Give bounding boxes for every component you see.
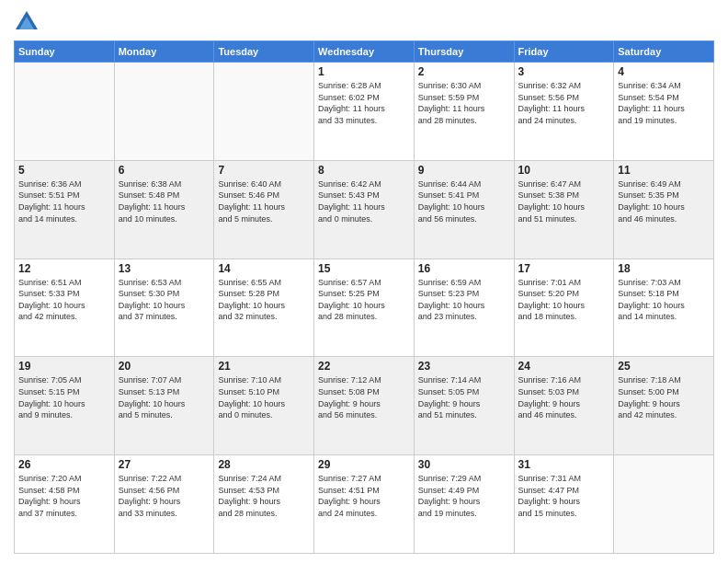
day-info: Sunrise: 6:53 AM Sunset: 5:30 PM Dayligh… [119, 277, 210, 323]
day-cell: 15Sunrise: 6:57 AM Sunset: 5:25 PM Dayli… [314, 259, 415, 357]
day-info: Sunrise: 7:07 AM Sunset: 5:13 PM Dayligh… [119, 374, 210, 420]
day-cell [15, 63, 115, 161]
logo [14, 9, 43, 35]
day-cell: 9Sunrise: 6:44 AM Sunset: 5:41 PM Daylig… [414, 160, 514, 259]
day-cell: 4Sunrise: 6:34 AM Sunset: 5:54 PM Daylig… [614, 63, 714, 161]
day-info: Sunrise: 7:22 AM Sunset: 4:56 PM Dayligh… [119, 473, 210, 519]
day-cell: 22Sunrise: 7:12 AM Sunset: 5:08 PM Dayli… [314, 357, 415, 455]
day-number: 7 [218, 164, 310, 177]
day-cell: 2Sunrise: 6:30 AM Sunset: 5:59 PM Daylig… [414, 63, 514, 161]
day-info: Sunrise: 6:28 AM Sunset: 6:02 PM Dayligh… [318, 80, 410, 126]
day-info: Sunrise: 6:36 AM Sunset: 5:51 PM Dayligh… [18, 178, 110, 224]
day-number: 30 [418, 458, 510, 471]
week-row-2: 5Sunrise: 6:36 AM Sunset: 5:51 PM Daylig… [15, 160, 714, 259]
col-header-saturday: Saturday [614, 41, 714, 63]
day-number: 4 [618, 65, 710, 78]
day-info: Sunrise: 7:01 AM Sunset: 5:20 PM Dayligh… [518, 277, 610, 323]
day-cell: 1Sunrise: 6:28 AM Sunset: 6:02 PM Daylig… [314, 63, 415, 161]
day-cell: 31Sunrise: 7:31 AM Sunset: 4:47 PM Dayli… [514, 455, 614, 554]
day-number: 23 [418, 360, 510, 373]
day-number: 24 [518, 360, 610, 373]
day-info: Sunrise: 6:55 AM Sunset: 5:28 PM Dayligh… [218, 277, 310, 323]
day-number: 2 [418, 65, 510, 78]
day-info: Sunrise: 7:14 AM Sunset: 5:05 PM Dayligh… [418, 374, 510, 420]
day-cell: 30Sunrise: 7:29 AM Sunset: 4:49 PM Dayli… [414, 455, 514, 554]
day-cell: 18Sunrise: 7:03 AM Sunset: 5:18 PM Dayli… [614, 259, 714, 357]
day-info: Sunrise: 7:10 AM Sunset: 5:10 PM Dayligh… [218, 374, 310, 420]
day-cell: 27Sunrise: 7:22 AM Sunset: 4:56 PM Dayli… [114, 455, 214, 554]
day-number: 25 [618, 360, 710, 373]
day-cell: 6Sunrise: 6:38 AM Sunset: 5:48 PM Daylig… [114, 160, 214, 259]
day-cell: 25Sunrise: 7:18 AM Sunset: 5:00 PM Dayli… [614, 357, 714, 455]
day-cell: 16Sunrise: 6:59 AM Sunset: 5:23 PM Dayli… [414, 259, 514, 357]
day-number: 1 [318, 65, 410, 78]
day-cell: 7Sunrise: 6:40 AM Sunset: 5:46 PM Daylig… [214, 160, 314, 259]
col-header-friday: Friday [514, 41, 614, 63]
day-cell: 10Sunrise: 6:47 AM Sunset: 5:38 PM Dayli… [514, 160, 614, 259]
day-number: 12 [18, 262, 110, 275]
day-info: Sunrise: 7:20 AM Sunset: 4:58 PM Dayligh… [18, 473, 110, 519]
col-header-tuesday: Tuesday [214, 41, 314, 63]
day-info: Sunrise: 6:40 AM Sunset: 5:46 PM Dayligh… [218, 178, 310, 224]
day-number: 8 [318, 164, 410, 177]
day-cell: 12Sunrise: 6:51 AM Sunset: 5:33 PM Dayli… [15, 259, 115, 357]
day-info: Sunrise: 7:24 AM Sunset: 4:53 PM Dayligh… [218, 473, 310, 519]
day-number: 5 [18, 164, 110, 177]
day-number: 11 [618, 164, 710, 177]
col-header-monday: Monday [114, 41, 214, 63]
day-cell: 24Sunrise: 7:16 AM Sunset: 5:03 PM Dayli… [514, 357, 614, 455]
day-number: 3 [518, 65, 610, 78]
logo-icon [14, 9, 40, 35]
day-cell: 21Sunrise: 7:10 AM Sunset: 5:10 PM Dayli… [214, 357, 314, 455]
header [14, 9, 714, 35]
day-info: Sunrise: 7:16 AM Sunset: 5:03 PM Dayligh… [518, 374, 610, 420]
day-info: Sunrise: 7:12 AM Sunset: 5:08 PM Dayligh… [318, 374, 410, 420]
day-cell: 13Sunrise: 6:53 AM Sunset: 5:30 PM Dayli… [114, 259, 214, 357]
day-number: 22 [318, 360, 410, 373]
week-row-4: 19Sunrise: 7:05 AM Sunset: 5:15 PM Dayli… [15, 357, 714, 455]
day-number: 31 [518, 458, 610, 471]
day-number: 16 [418, 262, 510, 275]
day-cell [114, 63, 214, 161]
day-number: 10 [518, 164, 610, 177]
day-number: 17 [518, 262, 610, 275]
day-info: Sunrise: 7:27 AM Sunset: 4:51 PM Dayligh… [318, 473, 410, 519]
day-cell [214, 63, 314, 161]
day-number: 9 [418, 164, 510, 177]
day-cell: 19Sunrise: 7:05 AM Sunset: 5:15 PM Dayli… [15, 357, 115, 455]
day-number: 27 [119, 458, 210, 471]
col-header-wednesday: Wednesday [314, 41, 415, 63]
day-info: Sunrise: 6:47 AM Sunset: 5:38 PM Dayligh… [518, 178, 610, 224]
day-cell: 23Sunrise: 7:14 AM Sunset: 5:05 PM Dayli… [414, 357, 514, 455]
day-info: Sunrise: 6:34 AM Sunset: 5:54 PM Dayligh… [618, 80, 710, 126]
day-number: 28 [218, 458, 310, 471]
day-cell: 8Sunrise: 6:42 AM Sunset: 5:43 PM Daylig… [314, 160, 415, 259]
day-cell [614, 455, 714, 554]
day-number: 29 [318, 458, 410, 471]
day-info: Sunrise: 6:38 AM Sunset: 5:48 PM Dayligh… [119, 178, 210, 224]
day-cell: 20Sunrise: 7:07 AM Sunset: 5:13 PM Dayli… [114, 357, 214, 455]
day-number: 6 [119, 164, 210, 177]
day-cell: 3Sunrise: 6:32 AM Sunset: 5:56 PM Daylig… [514, 63, 614, 161]
day-number: 20 [119, 360, 210, 373]
day-cell: 17Sunrise: 7:01 AM Sunset: 5:20 PM Dayli… [514, 259, 614, 357]
day-number: 21 [218, 360, 310, 373]
day-cell: 29Sunrise: 7:27 AM Sunset: 4:51 PM Dayli… [314, 455, 415, 554]
day-info: Sunrise: 6:42 AM Sunset: 5:43 PM Dayligh… [318, 178, 410, 224]
day-number: 26 [18, 458, 110, 471]
header-row: SundayMondayTuesdayWednesdayThursdayFrid… [15, 41, 714, 63]
day-cell: 14Sunrise: 6:55 AM Sunset: 5:28 PM Dayli… [214, 259, 314, 357]
col-header-thursday: Thursday [414, 41, 514, 63]
week-row-3: 12Sunrise: 6:51 AM Sunset: 5:33 PM Dayli… [15, 259, 714, 357]
day-number: 15 [318, 262, 410, 275]
day-info: Sunrise: 6:30 AM Sunset: 5:59 PM Dayligh… [418, 80, 510, 126]
day-cell: 11Sunrise: 6:49 AM Sunset: 5:35 PM Dayli… [614, 160, 714, 259]
day-info: Sunrise: 6:51 AM Sunset: 5:33 PM Dayligh… [18, 277, 110, 323]
day-info: Sunrise: 7:18 AM Sunset: 5:00 PM Dayligh… [618, 374, 710, 420]
day-number: 19 [18, 360, 110, 373]
week-row-5: 26Sunrise: 7:20 AM Sunset: 4:58 PM Dayli… [15, 455, 714, 554]
day-cell: 28Sunrise: 7:24 AM Sunset: 4:53 PM Dayli… [214, 455, 314, 554]
day-number: 13 [119, 262, 210, 275]
page: SundayMondayTuesdayWednesdayThursdayFrid… [0, 0, 728, 563]
day-info: Sunrise: 6:44 AM Sunset: 5:41 PM Dayligh… [418, 178, 510, 224]
